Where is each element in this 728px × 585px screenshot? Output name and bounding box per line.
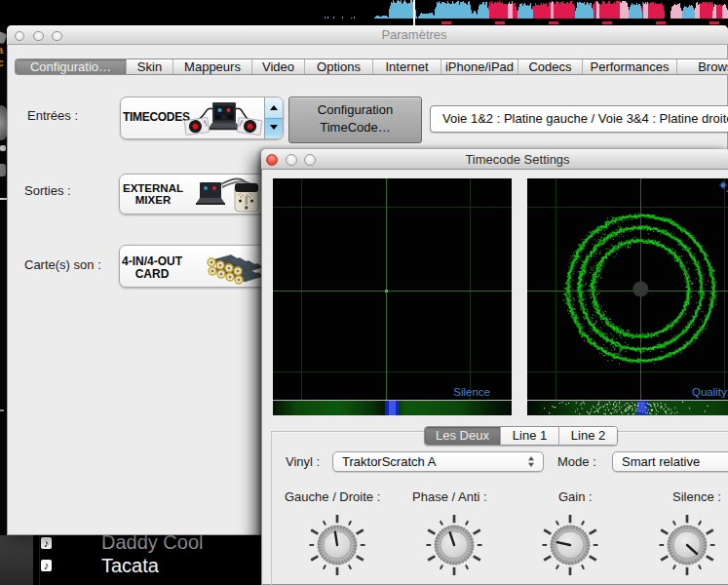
svg-text:Silence: Silence: [453, 386, 490, 398]
svg-text:Quality:: Quality:: [692, 386, 728, 398]
